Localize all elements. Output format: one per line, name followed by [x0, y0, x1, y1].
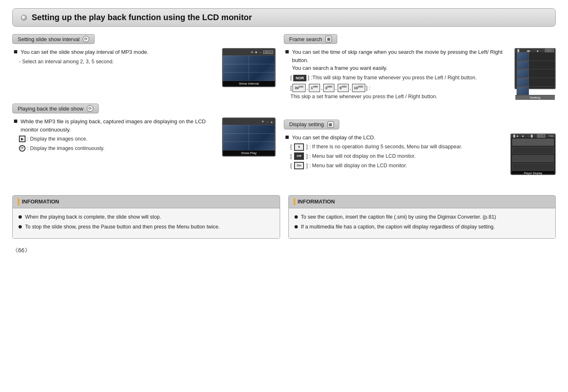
slide-show-lcd: ⊕◆→MENU Show Interval	[222, 48, 276, 87]
playing-back-label: Playing back the slide show	[18, 106, 83, 112]
lcd-imgarea	[223, 55, 275, 81]
frame-search-line1: You can set the time of skip range when …	[292, 49, 503, 63]
accent-bar-left	[18, 198, 19, 205]
badge-3min: 3min	[323, 84, 334, 92]
info-right-item2: If a multimedia file has a caption, the …	[294, 223, 550, 231]
info-left-title: INFORMATION	[22, 198, 59, 205]
frame-search-nor: [ NOR ] :This will skip frame by frame w…	[284, 74, 508, 82]
display-setting-header: Display setting ▦	[284, 120, 339, 129]
slide-show-line1: You can set the slide show play interval…	[21, 48, 148, 56]
title-bullet	[21, 15, 27, 21]
slide-show-subitem: - Select an interval among 2, 3, 5 secon…	[12, 58, 216, 66]
frame-search-lines: You can set the time of skip range when …	[292, 48, 508, 72]
dot3	[294, 215, 298, 219]
display-setting-label: Display setting	[289, 121, 324, 127]
lcd-topbar: ⊕◆→MENU	[223, 49, 275, 55]
accent-bar-right	[294, 198, 295, 205]
badge-5min: 5min	[338, 84, 349, 92]
badge-on: On	[294, 162, 304, 169]
nor-badge: NOR	[293, 75, 306, 81]
lcd-imgarea2	[223, 125, 275, 150]
info-right-title: INFORMATION	[298, 198, 335, 205]
slide-show-interval-label: Setting slide show interval	[18, 36, 79, 42]
display-item-off: [ Off ] : Menu bar will not display on t…	[284, 152, 504, 160]
lcd-topbar2: ⊕→▲	[223, 118, 275, 125]
info-box-right-header: INFORMATION	[289, 196, 556, 208]
playing-back-icon: ⟳	[87, 105, 93, 112]
info-box-right-body: To see the caption, insert the caption f…	[289, 208, 556, 239]
display-item-on-text: : Menu bar will display on the LCD monit…	[309, 162, 407, 170]
lcd-side-label: Seeking	[515, 95, 555, 100]
lcd-player-content	[511, 138, 555, 171]
bullet	[14, 50, 17, 53]
lcd-player-topbar: ▐▌◀◆→▐▌MENUTIME	[511, 134, 555, 138]
lcd-player-label: Player Display	[511, 171, 555, 175]
playing-back-header: Playing back the slide show ⟳	[12, 104, 99, 113]
display-setting-line1: You can set the display of the LCD.	[292, 134, 376, 142]
bullet	[14, 120, 17, 123]
frame-badges: [ 30sec , 1min , 3min , 5min , 10min ] :…	[284, 84, 508, 100]
frame-search-content: You can set the time of skip range when …	[284, 48, 556, 103]
section-slide-show-interval: Setting slide show interval ⟳ You can se…	[12, 34, 276, 87]
main-content: Setting slide show interval ⟳ You can se…	[12, 34, 556, 184]
lcd-bottom-label2: Show Play	[223, 150, 275, 156]
section-display-setting: Display setting ▦ You can set the displa…	[284, 120, 556, 175]
section-frame-search: Frame search ▦ You can set the time of s…	[284, 34, 556, 103]
display-item-off-text: : Menu bar will not display on the LCD m…	[309, 152, 415, 160]
s-row3	[515, 69, 555, 78]
frame-search-header: Frame search ▦	[284, 34, 337, 44]
slide-show-interval-header: Setting slide show interval ⟳	[12, 34, 95, 44]
frame-search-icon: ▦	[325, 36, 332, 42]
display-setting-content: You can set the display of the LCD. [ 5 …	[284, 134, 556, 175]
playing-back-item1: ▶ : Display the images once.	[12, 135, 216, 143]
s-row4	[515, 78, 555, 87]
lcd-side-topbar: ▐▌◀▶◆MENU	[515, 49, 555, 52]
info-section: INFORMATION When the playing back is com…	[12, 195, 556, 239]
col-right: Frame search ▦ You can set the time of s…	[284, 34, 556, 184]
info-right-item1: To see the caption, insert the caption f…	[294, 213, 550, 221]
playing-back-line1: While the MP3 file is playing back, capt…	[21, 118, 216, 134]
display-item-5-text: : If there is no operation during 5 seco…	[309, 143, 462, 151]
s-row5	[515, 87, 555, 95]
p-row2	[512, 147, 554, 154]
page-title: Setting up the play back function using …	[32, 13, 252, 22]
p-row4	[512, 163, 554, 171]
playing-back-lcd: ⊕→▲ Show Play	[222, 118, 276, 157]
col-left: Setting slide show interval ⟳ You can se…	[12, 34, 276, 184]
display-setting-text: You can set the display of the LCD. [ 5 …	[284, 134, 504, 170]
bullet	[285, 50, 289, 53]
info-left-item1: When the playing back is complete, the s…	[19, 213, 274, 221]
p-row3	[512, 155, 554, 162]
display-setting-lcd: ▐▌◀◆→▐▌MENUTIME Player Display	[510, 134, 556, 175]
badge-off: Off	[294, 152, 304, 160]
frame-search-label: Frame search	[289, 36, 322, 42]
slide-show-interval-text: You can set the slide show play interval…	[12, 48, 216, 65]
page-number: 《66》	[12, 247, 556, 254]
frame-search-text: You can set the time of skip range when …	[284, 48, 508, 103]
frame-skip-text: This skip a set frame whenever you press…	[290, 93, 437, 101]
badge-5sec: 5	[294, 143, 304, 151]
badge-30sec: 30sec	[292, 84, 306, 92]
playing-back-item2: ⟳ : Display the images continuously.	[12, 145, 216, 152]
info-left-item2: To stop the slide show, press the Pause …	[19, 223, 274, 231]
s-row1	[515, 52, 555, 61]
lcd-bottom-label: Show Interval	[223, 81, 275, 86]
info-box-right: INFORMATION To see the caption, insert t…	[288, 195, 556, 239]
bullet	[285, 136, 289, 139]
nor-text: :This will skip frame by frame whenever …	[311, 74, 477, 82]
dot4	[294, 225, 298, 228]
playing-back-content: While the MP3 file is playing back, capt…	[12, 118, 276, 157]
display-setting-icon: ▦	[327, 121, 334, 128]
info-box-left-header: INFORMATION	[13, 196, 280, 208]
p-row1	[512, 138, 554, 146]
badge-10min: 10min	[352, 84, 365, 92]
display-item-5: [ 5 ] : If there is no operation during …	[284, 143, 504, 151]
info-box-left: INFORMATION When the playing back is com…	[12, 195, 280, 239]
display-item-on: [ On ] : Menu bar will display on the LC…	[284, 162, 504, 170]
dot1	[19, 215, 22, 219]
page-title-box: Setting up the play back function using …	[12, 8, 556, 27]
slide-show-interval-icon: ⟳	[83, 36, 89, 42]
slide-show-interval-content: You can set the slide show play interval…	[12, 48, 276, 87]
playing-back-text: While the MP3 file is playing back, capt…	[12, 118, 216, 152]
frame-search-line2: You can search a frame you want easily.	[292, 65, 387, 71]
